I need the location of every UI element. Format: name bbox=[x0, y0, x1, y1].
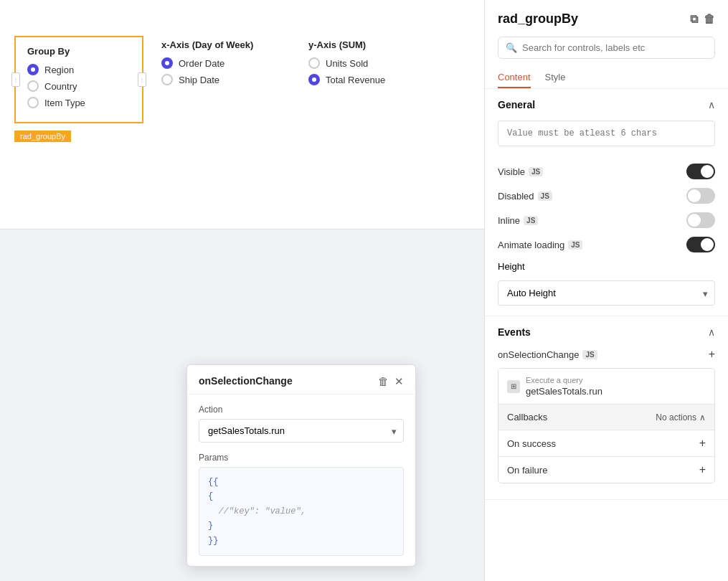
visible-js-badge: JS bbox=[529, 167, 543, 176]
radio-unitssold-label: Units Sold bbox=[326, 58, 368, 69]
radio-itemtype[interactable]: Item Type bbox=[27, 97, 131, 108]
search-box[interactable]: 🔍 bbox=[498, 37, 715, 59]
copy-icon[interactable]: ⧉ bbox=[690, 13, 698, 26]
code-line-5: }} bbox=[208, 534, 394, 548]
popup-title: onSelectionChange bbox=[199, 375, 293, 387]
tab-content[interactable]: Content bbox=[498, 67, 531, 88]
right-panel: rad_groupBy ⧉ 🗑 🔍 Content Style General … bbox=[484, 0, 728, 581]
popup-icons: 🗑 ✕ bbox=[378, 376, 404, 387]
yaxis-title: y-Axis (SUM) bbox=[308, 39, 385, 50]
animate-toggle-thumb bbox=[701, 238, 714, 251]
visible-toggle[interactable] bbox=[686, 164, 715, 179]
disabled-js-badge: JS bbox=[538, 192, 552, 201]
radio-region[interactable]: Region bbox=[27, 64, 131, 75]
tooltip-input[interactable] bbox=[498, 121, 715, 146]
radio-region-circle[interactable] bbox=[27, 64, 39, 75]
radio-totalrevenue[interactable]: Total Revenue bbox=[308, 74, 385, 85]
delete-icon[interactable]: 🗑 bbox=[704, 13, 715, 26]
disabled-label: Disabled JS bbox=[498, 191, 552, 202]
visible-toggle-thumb bbox=[701, 165, 714, 178]
execute-query-label: Execute a query bbox=[526, 376, 602, 384]
disabled-toggle[interactable] bbox=[686, 188, 715, 204]
radio-country[interactable]: Country bbox=[27, 80, 131, 92]
radio-unitssold-circle[interactable] bbox=[308, 57, 320, 69]
popup-close-icon[interactable]: ✕ bbox=[394, 376, 404, 387]
radio-orderdate-circle[interactable] bbox=[161, 57, 173, 69]
radio-itemtype-circle[interactable] bbox=[27, 97, 39, 108]
height-row: Height bbox=[498, 261, 715, 272]
visible-row: Visible JS bbox=[498, 164, 715, 179]
onselectionchange-js-badge: JS bbox=[582, 350, 597, 359]
radio-totalrevenue-circle[interactable] bbox=[308, 74, 320, 85]
radio-unitssold[interactable]: Units Sold bbox=[308, 57, 385, 69]
group-by-title: Group By bbox=[27, 46, 131, 57]
code-area[interactable]: {{ { //"key": "value", } }} bbox=[199, 467, 404, 556]
on-success-add-btn[interactable]: + bbox=[699, 437, 706, 450]
disabled-label-text: Disabled bbox=[498, 191, 534, 202]
group-by-widget[interactable]: ⋮ ⋮ Group By Region Country Item Type ra… bbox=[14, 36, 143, 123]
inline-js-badge: JS bbox=[524, 216, 538, 225]
radio-orderdate-label: Order Date bbox=[179, 58, 224, 69]
search-icon: 🔍 bbox=[506, 42, 517, 53]
general-section-header[interactable]: General ∧ bbox=[498, 99, 715, 110]
query-card: ⊞ Execute a query getSalesTotals.run Cal… bbox=[498, 368, 715, 483]
height-dropdown-wrapper[interactable]: Auto Height ▾ bbox=[498, 280, 715, 306]
radio-country-circle[interactable] bbox=[27, 80, 39, 92]
panel-title-text: rad_groupBy bbox=[498, 11, 578, 27]
height-select[interactable]: Auto Height bbox=[498, 280, 715, 306]
params-label: Params bbox=[199, 453, 404, 463]
onselectionchange-add-btn[interactable]: + bbox=[709, 348, 715, 361]
widget-label-tag: rad_groupBy bbox=[14, 131, 71, 142]
callbacks-label: Callbacks bbox=[507, 412, 547, 422]
action-select[interactable]: getSalesTotals.run bbox=[199, 419, 404, 443]
animate-label-text: Animate loading bbox=[498, 240, 564, 250]
tab-style[interactable]: Style bbox=[545, 67, 566, 88]
animate-js-badge: JS bbox=[568, 240, 582, 250]
code-line-2: { bbox=[208, 489, 394, 504]
code-line-3: //"key": "value", bbox=[208, 504, 394, 519]
general-chevron: ∧ bbox=[708, 99, 715, 110]
inline-toggle[interactable] bbox=[686, 212, 715, 228]
inline-toggle-thumb bbox=[688, 214, 701, 227]
callbacks-bar[interactable]: Callbacks No actions ∧ bbox=[498, 404, 714, 430]
canvas-area: ⋮ ⋮ Group By Region Country Item Type ra… bbox=[0, 0, 484, 581]
panel-header: rad_groupBy ⧉ 🗑 🔍 Content Style bbox=[485, 0, 728, 89]
onselectionchange-label: onSelectionChange JS bbox=[498, 349, 597, 360]
resize-handle-right[interactable]: ⋮ bbox=[138, 72, 146, 87]
on-failure-label: On failure bbox=[507, 465, 547, 476]
visible-label: Visible JS bbox=[498, 166, 543, 177]
action-select-wrapper[interactable]: getSalesTotals.run ▾ bbox=[199, 419, 404, 443]
yaxis-widget: y-Axis (SUM) Units Sold Total Revenue bbox=[308, 39, 385, 90]
radio-totalrevenue-label: Total Revenue bbox=[326, 75, 385, 85]
on-success-label: On success bbox=[507, 438, 556, 449]
search-input[interactable] bbox=[522, 42, 707, 53]
events-section: Events ∧ onSelectionChange JS + ⊞ Execut… bbox=[485, 316, 728, 500]
animate-toggle[interactable] bbox=[686, 237, 715, 252]
height-label: Height bbox=[498, 261, 525, 272]
on-failure-item: On failure + bbox=[498, 456, 714, 483]
radio-orderdate[interactable]: Order Date bbox=[161, 57, 253, 69]
action-label: Action bbox=[199, 405, 404, 415]
xaxis-title: x-Axis (Day of Week) bbox=[161, 39, 253, 50]
popup-header: onSelectionChange 🗑 ✕ bbox=[187, 365, 415, 395]
visible-label-text: Visible bbox=[498, 166, 525, 177]
radio-shipdate[interactable]: Ship Date bbox=[161, 74, 253, 85]
inline-label-text: Inline bbox=[498, 215, 520, 226]
xaxis-widget: x-Axis (Day of Week) Order Date Ship Dat… bbox=[161, 39, 253, 90]
events-section-header[interactable]: Events ∧ bbox=[498, 326, 715, 338]
popup-delete-icon[interactable]: 🗑 bbox=[378, 376, 389, 387]
radio-region-label: Region bbox=[44, 65, 74, 75]
radio-itemtype-label: Item Type bbox=[44, 98, 85, 108]
no-actions-badge[interactable]: No actions ∧ bbox=[656, 412, 706, 422]
resize-handle-left[interactable]: ⋮ bbox=[11, 72, 20, 87]
on-failure-add-btn[interactable]: + bbox=[699, 463, 706, 476]
disabled-toggle-thumb bbox=[688, 189, 701, 202]
query-icon: ⊞ bbox=[507, 380, 520, 393]
panel-tabs: Content Style bbox=[498, 67, 715, 88]
radio-shipdate-circle[interactable] bbox=[161, 74, 173, 85]
code-line-4: } bbox=[208, 519, 394, 533]
query-name: getSalesTotals.run bbox=[526, 386, 602, 397]
no-actions-text: No actions bbox=[656, 412, 696, 422]
code-line-1: {{ bbox=[208, 475, 394, 489]
radio-shipdate-label: Ship Date bbox=[179, 75, 219, 85]
